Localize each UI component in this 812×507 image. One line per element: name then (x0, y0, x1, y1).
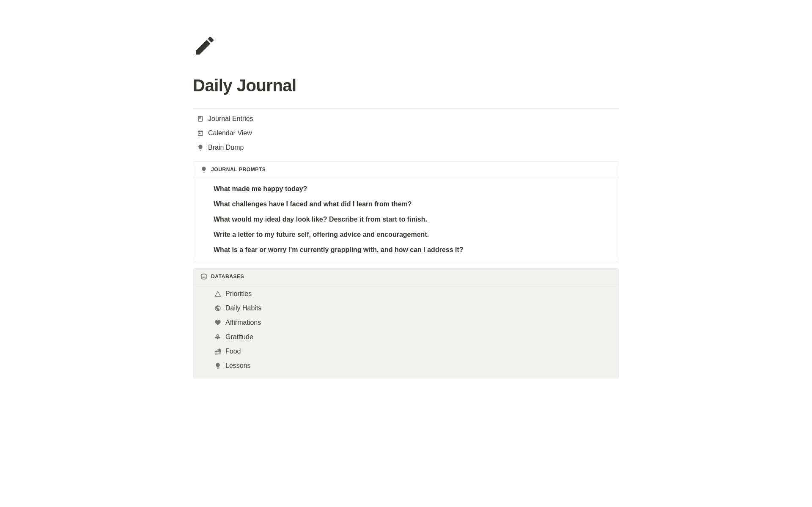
db-label-food: Food (225, 346, 241, 356)
prompt-item-2[interactable]: What challenges have I faced and what di… (193, 197, 619, 212)
db-item-food[interactable]: Food (193, 344, 619, 359)
journal-prompts-header: JOURNAL PROMPTS (193, 162, 619, 178)
triangle-icon (214, 290, 222, 298)
lightbulb-nav-icon (196, 143, 205, 152)
prompts-list: What made me happy today? What challenge… (193, 178, 619, 261)
databases-header: DATABASES (193, 269, 619, 285)
db-item-lessons[interactable]: Lessons (193, 359, 619, 373)
db-label-priorities: Priorities (225, 289, 252, 299)
db-label-gratitude: Gratitude (225, 332, 253, 342)
databases-label: DATABASES (211, 273, 244, 280)
db-label-daily-habits: Daily Habits (225, 303, 261, 313)
prompt-item-4[interactable]: Write a letter to my future self, offeri… (193, 227, 619, 242)
nav-label-journal-entries: Journal Entries (208, 114, 253, 124)
prompt-item-3[interactable]: What would my ideal day look like? Descr… (193, 212, 619, 227)
heart-icon (214, 318, 222, 327)
nav-section: Journal Entries Calendar View Brain Dump (193, 112, 619, 154)
db-label-affirmations: Affirmations (225, 318, 261, 328)
page-container: Daily Journal Journal Entries Calendar V… (152, 0, 660, 419)
page-title: Daily Journal (193, 73, 619, 98)
fork-knife-icon (214, 347, 222, 356)
pencil-icon (193, 34, 619, 66)
nav-label-brain-dump: Brain Dump (208, 143, 244, 153)
prompt-item-5[interactable]: What is a fear or worry I'm currently gr… (193, 242, 619, 258)
nav-item-calendar-view[interactable]: Calendar View (193, 126, 619, 140)
journal-prompts-section: JOURNAL PROMPTS What made me happy today… (193, 161, 619, 261)
clover-icon (214, 333, 222, 341)
nav-item-brain-dump[interactable]: Brain Dump (193, 141, 619, 154)
svg-marker-0 (215, 291, 220, 296)
lightbulb-db-icon (214, 362, 222, 370)
db-item-gratitude[interactable]: Gratitude (193, 330, 619, 344)
globe-icon (214, 304, 222, 312)
journal-prompts-label: JOURNAL PROMPTS (211, 166, 266, 173)
db-label-lessons: Lessons (225, 361, 251, 371)
prompts-section-icon (200, 166, 208, 173)
db-item-affirmations[interactable]: Affirmations (193, 315, 619, 330)
title-divider (193, 108, 619, 109)
databases-section-icon (200, 273, 208, 280)
nav-item-journal-entries[interactable]: Journal Entries (193, 112, 619, 126)
nav-label-calendar-view: Calendar View (208, 128, 252, 138)
databases-section: DATABASES Priorities Daily (193, 268, 619, 378)
db-item-priorities[interactable]: Priorities (193, 287, 619, 301)
databases-list: Priorities Daily Habits Affirmatio (193, 285, 619, 378)
prompt-item-1[interactable]: What made me happy today? (193, 181, 619, 197)
calendar-icon (196, 129, 205, 137)
notebook-icon (196, 115, 205, 123)
db-item-daily-habits[interactable]: Daily Habits (193, 301, 619, 315)
